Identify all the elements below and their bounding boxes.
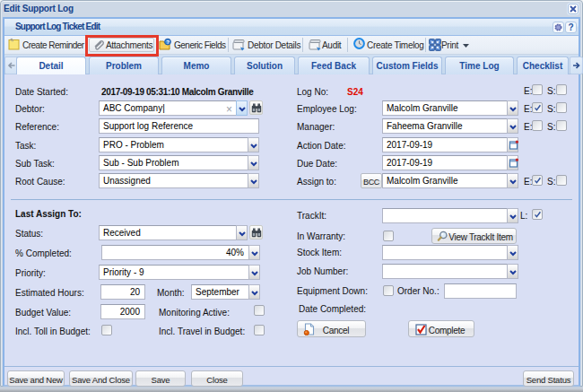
svg-text:?: ? [166, 39, 170, 45]
